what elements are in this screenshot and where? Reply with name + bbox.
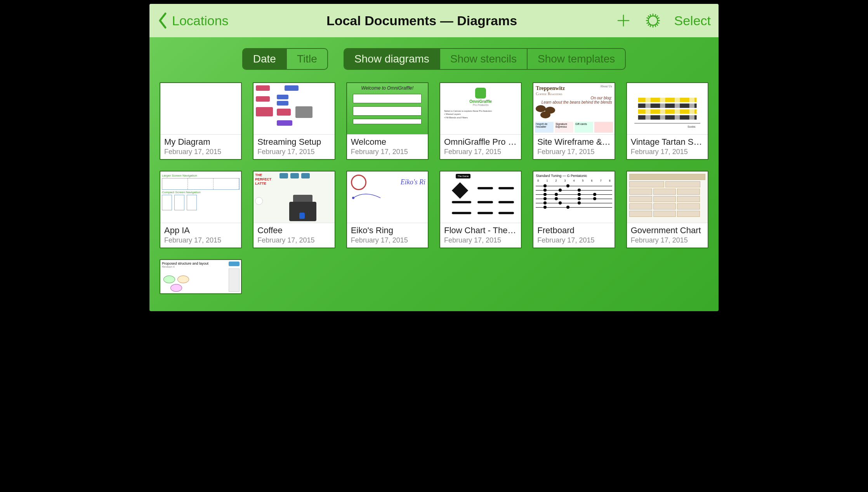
document-title: Fretboard [537,225,610,236]
document-title: Government Chart [631,225,704,236]
document-title: Streaming Setup [257,137,330,147]
thumb-text: Compact Screen Navigation [162,191,240,194]
document-title: My Diagram [164,137,237,147]
document-meta: Site Wireframe &… February 17, 2015 [533,134,614,159]
svg-line-17 [647,23,649,24]
back-button[interactable]: Locations [153,11,229,30]
document-meta: Vintage Tartan So… February 17, 2015 [627,134,708,159]
sort-option-date[interactable]: Date [243,49,286,69]
svg-line-14 [650,25,651,27]
document-meta: Coffee February 17, 2015 [253,223,334,248]
navbar: Locations Local Documents — Diagrams [149,4,719,37]
thumb-text: THE PERFECT LATTE [255,173,276,185]
filter-option-diagrams[interactable]: Show diagrams [344,49,439,69]
plus-icon [616,13,631,28]
document-item[interactable]: Socks Vintage Tartan So… February 17, 20… [626,82,708,160]
svg-line-15 [647,18,649,19]
document-item[interactable]: Treppenwitz About Us Coffee Roasters On … [533,82,615,160]
document-date: February 17, 2015 [351,148,424,156]
svg-line-7 [648,16,650,17]
filter-option-templates[interactable]: Show templates [527,49,625,69]
document-title: Eiko's Ring [351,225,424,236]
document-date: February 17, 2015 [257,236,330,244]
document-date: February 17, 2015 [164,148,237,156]
thumb-text: Revision 4 [162,265,240,268]
thumb-text: Pro Features [473,104,488,106]
svg-line-9 [656,16,658,17]
document-title: Coffee [257,225,330,236]
filter-segment: Show diagrams Show stencils Show templat… [344,48,626,70]
svg-text:Socks: Socks [687,125,696,128]
document-item[interactable]: Government Chart February 17, 2015 [626,171,708,248]
nav-right: Select [615,12,711,29]
document-thumbnail: Welcome to OmniGraffle! [347,83,428,134]
document-date: February 17, 2015 [537,236,610,244]
document-title: Flow Chart - The… [444,225,517,236]
document-date: February 17, 2015 [257,148,330,156]
document-grid-scroll[interactable]: My Diagram February 17, 2015 [149,78,719,311]
app-logo-icon [475,88,486,99]
document-item[interactable]: THE PERFECT LATTE [253,171,335,248]
document-item[interactable]: The Game Flow Char [439,171,522,248]
document-date: February 17, 2015 [444,148,517,156]
thumb-text: On our blog: [536,96,612,100]
document-item[interactable]: Proposed structure and layout Revision 4 [160,259,242,294]
document-item[interactable]: Streaming Setup February 17, 2015 [253,82,335,160]
svg-rect-24 [660,94,665,123]
svg-point-29 [352,197,354,199]
thumb-text: Larger Screen Navigation [162,174,240,177]
document-item[interactable]: OmniGraffle Pro Features Select a Canvas… [439,82,522,160]
select-button[interactable]: Select [674,13,711,28]
document-title: OmniGraffle Pro F… [444,137,517,147]
document-item[interactable]: Eiko's Ri Eiko's Ring February 17, 2015 [346,171,429,248]
chevron-left-icon [153,11,172,30]
page-title: Local Documents — Diagrams [326,13,517,28]
document-thumbnail: Larger Screen Navigation Compact Screen … [160,172,241,223]
thumb-text: About Us [600,85,612,88]
thumb-text: Select a Canvas to explore these Pro fea… [444,109,492,113]
document-item[interactable]: Larger Screen Navigation Compact Screen … [160,171,242,248]
svg-line-13 [655,15,656,17]
document-thumbnail [253,83,334,134]
document-item[interactable]: Standard Tuning — G Pentatonic 012345678 [533,171,615,248]
document-thumbnail [627,172,708,223]
add-button[interactable] [615,12,632,29]
filter-option-stencils[interactable]: Show stencils [439,49,527,69]
gear-icon [645,13,661,28]
document-thumbnail: Eiko's Ri [347,172,428,223]
thumb-text: Treppenwitz [536,85,565,91]
svg-line-8 [656,24,658,26]
document-title: Vintage Tartan So… [631,137,704,147]
document-meta: My Diagram February 17, 2015 [160,134,241,159]
sort-option-title[interactable]: Title [286,49,327,69]
document-thumbnail: THE PERFECT LATTE [253,172,334,223]
settings-button[interactable] [644,12,661,29]
document-meta: OmniGraffle Pro F… February 17, 2015 [440,134,521,159]
document-date: February 17, 2015 [631,236,704,244]
thumb-text: Standard Tuning — G Pentatonic [536,174,612,178]
back-label: Locations [172,13,229,28]
sort-segment: Date Title [242,48,328,70]
document-date: February 17, 2015 [631,148,704,156]
document-thumbnail [160,83,241,134]
document-meta: App IA February 17, 2015 [160,223,241,248]
svg-line-10 [648,24,650,26]
thumb-text: Eiko's Ri [366,178,425,186]
document-thumbnail: Socks [627,83,708,134]
document-thumbnail: OmniGraffle Pro Features Select a Canvas… [440,83,521,134]
document-date: February 17, 2015 [537,148,610,156]
document-thumbnail: Standard Tuning — G Pentatonic 012345678 [533,172,614,223]
document-date: February 17, 2015 [351,236,424,244]
document-item[interactable]: My Diagram February 17, 2015 [160,82,242,160]
svg-rect-25 [675,94,680,123]
document-meta: Streaming Setup February 17, 2015 [253,134,334,159]
document-date: February 17, 2015 [444,236,517,244]
thumb-text: Coffee Roasters [536,92,612,96]
svg-rect-23 [645,94,650,123]
document-item[interactable]: Welcome to OmniGraffle! Welcome February… [346,82,429,160]
document-title: Welcome [351,137,424,147]
svg-line-12 [655,25,656,27]
document-meta: Flow Chart - The… February 17, 2015 [440,223,521,248]
svg-rect-26 [689,94,694,123]
svg-line-18 [657,18,659,19]
